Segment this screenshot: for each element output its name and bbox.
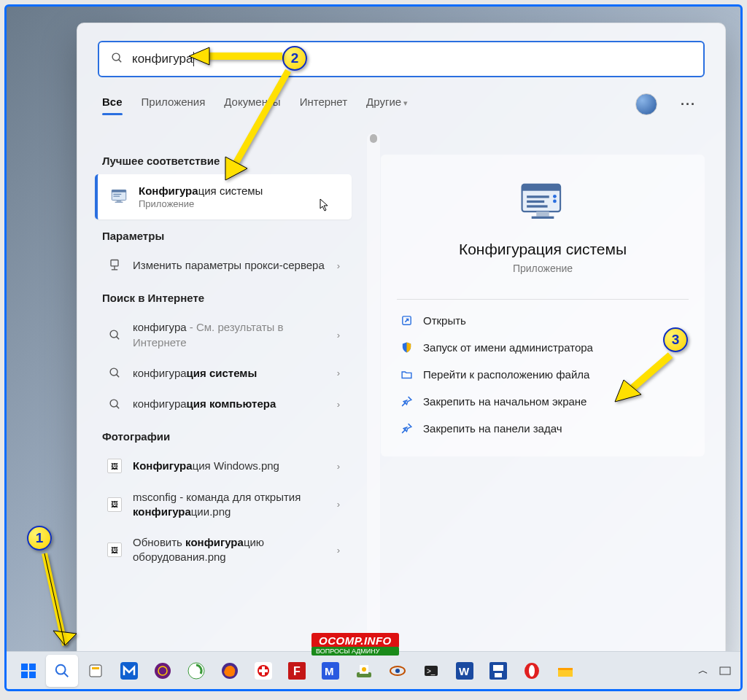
photo-result-2[interactable]: 🖼 msconfig - команда для открытия конфиг… xyxy=(95,483,352,527)
web-result-label: конфигура - См. результаты в Интернете xyxy=(133,320,327,350)
svg-rect-25 xyxy=(532,217,554,219)
section-settings-header: Параметры xyxy=(90,219,356,249)
svg-line-32 xyxy=(64,672,69,677)
taskbar-app-word[interactable]: W xyxy=(449,655,481,687)
taskbar-app-browser[interactable] xyxy=(147,655,179,687)
user-avatar[interactable] xyxy=(635,93,657,115)
detail-preview-column: Конфигурация системы Приложение Открыть … xyxy=(362,133,725,664)
photo-result-label: msconfig - команда для открытия конфигур… xyxy=(133,490,327,520)
section-best-match-header: Лучшее соответствие xyxy=(90,144,356,174)
taskbar-search-button[interactable] xyxy=(46,655,78,687)
mouse-cursor-icon xyxy=(320,198,330,214)
taskbar-tray-item[interactable] xyxy=(716,655,735,687)
svg-line-16 xyxy=(116,405,119,408)
taskbar-app-firefox[interactable] xyxy=(214,655,246,687)
tab-documents[interactable]: Документы xyxy=(224,96,280,114)
action-label: Перейти к расположению файла xyxy=(423,368,589,381)
svg-text:F: F xyxy=(293,665,301,677)
svg-rect-3 xyxy=(112,190,126,192)
svg-line-14 xyxy=(116,375,119,378)
open-icon xyxy=(400,314,413,327)
taskbar-app-opera[interactable] xyxy=(516,655,548,687)
taskbar-app-f[interactable]: F xyxy=(281,655,313,687)
action-label: Закрепить на начальном экране xyxy=(423,395,587,408)
taskbar-app-eye[interactable] xyxy=(382,655,414,687)
search-results-column: Лучшее соответствие Конфигурация системы… xyxy=(77,133,362,664)
taskbar-tray-chevron[interactable]: ︿ xyxy=(692,655,714,687)
action-open[interactable]: Открыть xyxy=(381,307,705,334)
taskbar-app-save[interactable] xyxy=(482,655,514,687)
windows-search-panel: конфигура Все Приложения Документы Интер… xyxy=(77,23,726,664)
photo-result-3[interactable]: 🖼 Обновить конфигурацию оборудования.png… xyxy=(95,528,352,572)
tab-all[interactable]: Все xyxy=(102,96,123,114)
action-pin-to-start[interactable]: Закрепить на начальном экране xyxy=(381,388,705,415)
annotation-number: 1 xyxy=(27,526,52,551)
svg-rect-7 xyxy=(115,202,123,203)
svg-line-12 xyxy=(116,337,119,340)
action-label: Закрепить на панели задач xyxy=(423,422,562,435)
photo-result-1[interactable]: 🖼 Конфигурация Windows.png › xyxy=(95,451,352,481)
svg-text:M: M xyxy=(325,665,334,677)
annotation-callout-1: 1 xyxy=(27,526,52,551)
filter-tabs: Все Приложения Документы Интернет Другие… xyxy=(77,77,725,121)
best-match-result[interactable]: Конфигурация системы Приложение xyxy=(95,174,352,219)
taskbar-app-explorer[interactable] xyxy=(549,655,581,687)
svg-text:W: W xyxy=(459,665,470,677)
tab-more[interactable]: Другие▾ xyxy=(366,96,408,114)
svg-rect-28 xyxy=(29,664,36,670)
taskbar-app-paint[interactable] xyxy=(348,655,380,687)
watermark-badge: OCOMP.INFO ВОПРОСЫ АДМИНУ xyxy=(311,633,399,656)
svg-rect-20 xyxy=(527,201,544,203)
settings-result-proxy[interactable]: Изменить параметры прокси-сервера › xyxy=(95,251,352,280)
shield-icon xyxy=(400,341,413,354)
svg-point-0 xyxy=(112,53,120,61)
taskbar-app-maxthon[interactable] xyxy=(113,655,145,687)
svg-rect-59 xyxy=(495,673,502,677)
annotation-arrow-icon xyxy=(37,551,81,667)
taskbar-app-1[interactable] xyxy=(80,655,112,687)
divider xyxy=(397,299,689,300)
tab-internet[interactable]: Интернет xyxy=(300,96,347,114)
web-result-label: конфигурация компьютера xyxy=(133,397,327,411)
chevron-right-icon: › xyxy=(337,461,340,472)
web-result-label: конфигурация системы xyxy=(133,366,327,381)
taskbar-app-m[interactable]: M xyxy=(314,655,347,687)
chevron-right-icon: › xyxy=(337,499,340,510)
pin-icon xyxy=(400,422,413,435)
taskbar-app-terminal[interactable]: >_ xyxy=(415,655,447,687)
search-input-container[interactable]: конфигура xyxy=(98,41,705,77)
taskbar-app-green[interactable] xyxy=(180,655,212,687)
best-match-subtitle: Приложение xyxy=(139,198,263,209)
watermark-subtitle: ВОПРОСЫ АДМИНУ xyxy=(311,647,399,656)
svg-point-11 xyxy=(110,330,117,338)
start-button[interactable] xyxy=(12,655,44,687)
section-web-header: Поиск в Интернете xyxy=(90,281,356,311)
best-match-title: Конфигурация системы xyxy=(139,184,263,197)
search-icon xyxy=(111,52,123,67)
action-run-as-admin[interactable]: Запуск от имени администратора xyxy=(381,334,705,361)
web-result-2[interactable]: конфигурация системы › xyxy=(95,359,352,388)
chevron-right-icon: › xyxy=(337,545,340,556)
svg-point-36 xyxy=(155,663,171,679)
svg-rect-4 xyxy=(113,194,121,195)
web-result-3[interactable]: конфигурация компьютера › xyxy=(95,389,352,419)
svg-rect-34 xyxy=(92,667,99,669)
svg-line-66 xyxy=(44,553,65,645)
action-open-file-location[interactable]: Перейти к расположению файла xyxy=(381,361,705,388)
svg-rect-6 xyxy=(117,201,122,202)
watermark-title: OCOMP.INFO xyxy=(311,633,399,648)
tab-apps[interactable]: Приложения xyxy=(142,96,206,114)
action-pin-to-taskbar[interactable]: Закрепить на панели задач xyxy=(381,415,705,442)
search-icon xyxy=(107,398,123,411)
svg-text:>_: >_ xyxy=(427,667,436,675)
section-photos-header: Фотографии xyxy=(90,420,356,450)
web-result-1[interactable]: конфигура - См. результаты в Интернете › xyxy=(95,313,352,357)
search-query-text: конфигура xyxy=(132,52,193,66)
svg-point-50 xyxy=(362,667,366,672)
image-thumb-icon: 🖼 xyxy=(107,497,122,512)
more-options-button[interactable]: ··· xyxy=(676,97,700,112)
search-icon xyxy=(107,329,123,341)
photo-result-label: Конфигурация Windows.png xyxy=(133,459,327,473)
svg-rect-24 xyxy=(536,211,549,217)
taskbar-app-red[interactable] xyxy=(247,655,279,687)
